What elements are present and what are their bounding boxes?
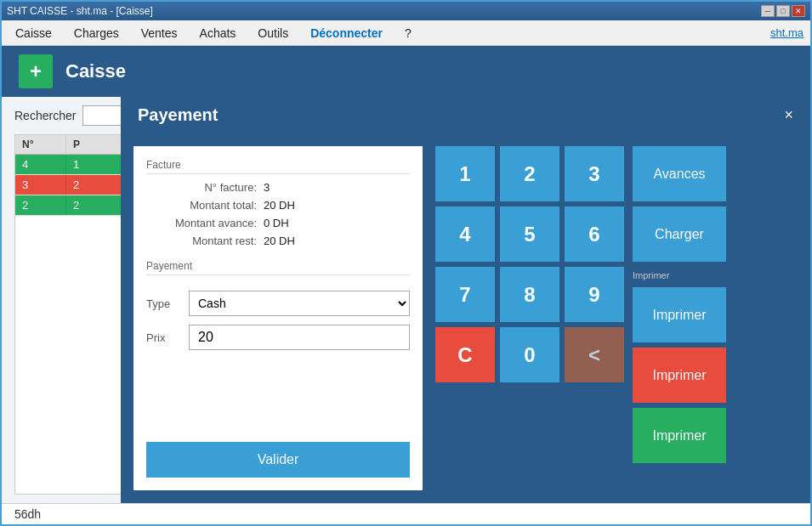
menu-bar: Caisse Charges Ventes Achats Outils Déco… [2, 20, 810, 46]
menu-help[interactable]: ? [398, 23, 418, 43]
numpad: 1 2 3 4 5 6 7 8 9 C 0 < [435, 146, 624, 490]
num-9-button[interactable]: 9 [565, 267, 624, 322]
menu-outils[interactable]: Outils [251, 23, 295, 43]
numero-label: N° facture: [146, 181, 257, 194]
num-2-button[interactable]: 2 [500, 146, 559, 201]
imprimer3-button[interactable]: Imprimer [633, 408, 726, 463]
type-label: Type [146, 297, 180, 310]
payment-section-label: Payement [146, 260, 410, 275]
total-value: 20 DH [264, 199, 295, 212]
form-panel: Facture N° facture: 3 Montant total: 20 … [133, 146, 423, 490]
menu-caisse[interactable]: Caisse [9, 23, 59, 43]
payment-prix-row: Prix [146, 325, 410, 350]
type-select[interactable]: Cash Chèque Virement [189, 291, 410, 316]
title-bar: SHT CAISSE - sht.ma - [Caisse] ─ □ ✕ [2, 2, 810, 20]
num-3-button[interactable]: 3 [565, 146, 624, 201]
info-row-numero: N° facture: 3 [146, 181, 410, 194]
imprimer1-button[interactable]: Imprimer [633, 287, 726, 342]
menu-ventes[interactable]: Ventes [134, 23, 185, 43]
prix-label: Prix [146, 331, 180, 344]
numpad-panel: 1 2 3 4 5 6 7 8 9 C 0 < [435, 133, 810, 503]
total-label: Montant total: [146, 199, 257, 212]
menu-achats[interactable]: Achats [193, 23, 243, 43]
valider-button[interactable]: Valider [146, 442, 410, 478]
imprimer2-button[interactable]: Imprimer [633, 348, 726, 403]
status-bar: 56dh [2, 503, 810, 524]
cell-id: 2 [15, 195, 66, 215]
invoice-section: Facture N° facture: 3 Montant total: 20 … [146, 159, 410, 247]
main-content: + Caisse Rechercher N° P 4 1 3 2 [2, 46, 810, 524]
payment-section: Payement Type Cash Chèque Virement [146, 260, 410, 350]
backspace-button[interactable]: < [565, 327, 624, 382]
prix-input[interactable] [189, 325, 410, 350]
dialog-close-button[interactable]: × [784, 106, 793, 124]
num-4-button[interactable]: 4 [435, 206, 495, 262]
title-bar-controls: ─ □ ✕ [761, 5, 805, 17]
imprimer-section-label: Imprimer [633, 267, 726, 282]
clear-button[interactable]: C [435, 327, 495, 382]
dialog-header: Payement × [121, 97, 810, 133]
avance-value: 0 DH [264, 217, 289, 229]
info-row-total: Montant total: 20 DH [146, 199, 410, 212]
window-close-button[interactable]: ✕ [792, 5, 805, 17]
search-label: Rechercher [14, 109, 76, 122]
page-title: Caisse [65, 60, 126, 82]
cell-id: 3 [15, 175, 66, 195]
status-text: 56dh [14, 507, 41, 521]
window-title: SHT CAISSE - sht.ma - [Caisse] [7, 5, 153, 17]
create-button[interactable]: + [19, 54, 53, 88]
rest-value: 20 DH [264, 235, 295, 247]
dialog-title: Payement [138, 105, 219, 125]
menu-charges[interactable]: Charges [67, 23, 126, 43]
cell-id: 4 [15, 155, 66, 174]
app-window: SHT CAISSE - sht.ma - [Caisse] ─ □ ✕ Cai… [0, 0, 812, 526]
content-area: Rechercher N° P 4 1 3 2 2 2 [2, 97, 810, 503]
info-row-avance: Montant avance: 0 DH [146, 217, 410, 229]
num-5-button[interactable]: 5 [500, 206, 559, 262]
info-row-rest: Montant rest: 20 DH [146, 235, 410, 247]
minimize-button[interactable]: ─ [761, 5, 775, 17]
num-8-button[interactable]: 8 [500, 267, 559, 322]
avances-button[interactable]: Avances [633, 146, 726, 201]
page-header: + Caisse [2, 46, 810, 97]
menu-link[interactable]: sht.ma [770, 26, 803, 39]
payment-type-row: Type Cash Chèque Virement [146, 291, 410, 316]
menu-deconnecter[interactable]: Déconnecter [304, 23, 389, 43]
num-1-button[interactable]: 1 [435, 146, 495, 201]
num-7-button[interactable]: 7 [435, 267, 495, 322]
rest-label: Montant rest: [146, 235, 257, 247]
num-6-button[interactable]: 6 [565, 206, 624, 262]
invoice-section-label: Facture [146, 159, 410, 174]
dialog-body: Facture N° facture: 3 Montant total: 20 … [121, 133, 810, 503]
num-0-button[interactable]: 0 [500, 327, 559, 382]
numero-value: 3 [264, 181, 270, 194]
avance-label: Montant avance: [146, 217, 257, 229]
side-buttons: Avances Charger Imprimer Imprimer Imprim… [633, 146, 726, 490]
payment-dialog: Payement × Facture N° facture: 3 [121, 97, 810, 503]
col-header-n: N° [15, 135, 66, 154]
invoice-info: N° facture: 3 Montant total: 20 DH Monta… [146, 181, 410, 247]
maximize-button[interactable]: □ [776, 5, 790, 17]
charger-button[interactable]: Charger [633, 206, 726, 262]
